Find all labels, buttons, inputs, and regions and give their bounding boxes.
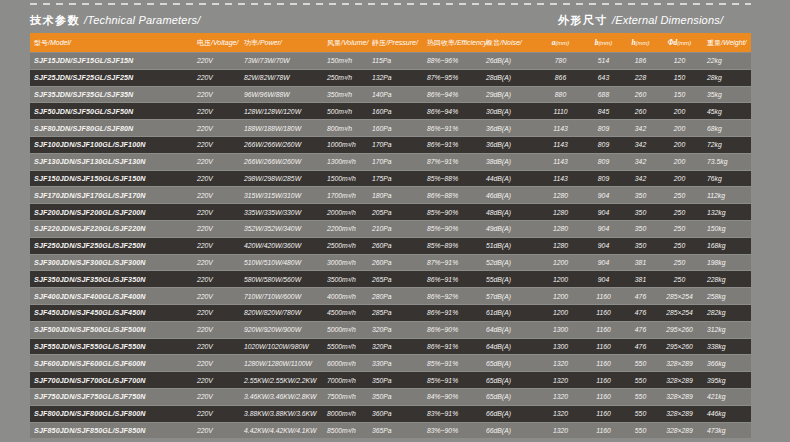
- value-cell-efficiency: 85%~88%: [420, 171, 477, 187]
- value-cell-noise: 36dB(A): [477, 137, 536, 153]
- column-header-power: 功率/Power/: [240, 33, 322, 52]
- value-cell-voltage: 220V: [190, 271, 240, 287]
- value-cell-volume: 500m³/h: [322, 103, 367, 119]
- column-header-phi-d: Φd(mm): [659, 33, 700, 52]
- column-header-model-label: 型号: [34, 39, 48, 46]
- table-row: SJF400JDN/SJF400GL/SJF400N220V710W/710W/…: [30, 288, 751, 304]
- value-cell-pressure: 280Pa: [367, 288, 420, 304]
- model-cell: SJF550JDN/SJF550GL/SJF550N: [30, 339, 190, 355]
- value-cell-power: 335W/335W/330W: [240, 204, 322, 220]
- value-cell-voltage: 220V: [190, 70, 240, 86]
- value-cell-noise: 48dB(A): [477, 204, 536, 220]
- value-cell-voltage: 220V: [190, 87, 240, 103]
- model-cell: SJF400JDN/SJF400GL/SJF400N: [30, 288, 190, 304]
- value-cell-phi-d: 250: [659, 255, 700, 271]
- value-cell-efficiency: 85%~90%: [420, 221, 477, 237]
- model-cell: SJF800JDN/SJF800GL/SJF800N: [30, 406, 190, 422]
- value-cell-h: 350: [622, 187, 659, 203]
- column-header-weight-sublabel: /Weight/: [721, 39, 747, 46]
- value-cell-a: 1143: [536, 120, 585, 136]
- column-header-weight: 重量/Weight/: [700, 33, 751, 52]
- table-row: SJF700JDN/SJF700GL/SJF700N220V2.55KW/2.5…: [30, 372, 751, 388]
- value-cell-noise: 61dB(A): [477, 305, 536, 321]
- value-cell-power: 710W/710W/600W: [240, 288, 322, 304]
- value-cell-h: 342: [622, 154, 659, 170]
- external-dimensions-label-en: /External Dimensions/: [612, 14, 723, 26]
- value-cell-power: 820W/820W/780W: [240, 305, 322, 321]
- value-cell-power: 2.55KW/2.55KW/2.2KW: [240, 372, 322, 388]
- value-cell-volume: 8000m³/h: [322, 406, 367, 422]
- value-cell-a: 1320: [536, 423, 585, 439]
- value-cell-pressure: 180Pa: [367, 187, 420, 203]
- model-cell: SJF350JDN/SJF350GL/SJF350N: [30, 271, 190, 287]
- value-cell-noise: 52dB(A): [477, 255, 536, 271]
- value-cell-noise: 46dB(A): [477, 187, 536, 203]
- value-cell-weight: 72kg: [700, 137, 751, 153]
- value-cell-h: 476: [622, 339, 659, 355]
- value-cell-a: 1320: [536, 389, 585, 405]
- column-header-efficiency-label: 热回收率: [427, 39, 455, 46]
- value-cell-pressure: 170Pa: [367, 137, 420, 153]
- table-row: SJF130JDN/SJF130GL/SJF130N220V266W/266W/…: [30, 154, 751, 170]
- value-cell-b: 1160: [585, 423, 622, 439]
- value-cell-b: 809: [585, 171, 622, 187]
- model-cell: SJF80JDN/SJF80GL/SJF80N: [30, 120, 190, 136]
- value-cell-volume: 5000m³/h: [322, 322, 367, 338]
- value-cell-b: 845: [585, 103, 622, 119]
- value-cell-h: 186: [622, 53, 659, 69]
- table-row: SJF220JDN/SJF220GL/SJF220N220V352W/352W/…: [30, 221, 751, 237]
- column-header-model-sublabel: /Model/: [48, 39, 71, 46]
- model-cell: SJF130JDN/SJF130GL/SJF130N: [30, 154, 190, 170]
- value-cell-weight: 395kg: [700, 372, 751, 388]
- value-cell-voltage: 220V: [190, 389, 240, 405]
- column-header-noise: 噪音/Noise/: [477, 33, 536, 52]
- value-cell-weight: 22kg: [700, 53, 751, 69]
- value-cell-noise: 38dB(A): [477, 154, 536, 170]
- value-cell-efficiency: 85%~90%: [420, 204, 477, 220]
- value-cell-pressure: 210Pa: [367, 221, 420, 237]
- value-cell-noise: 64dB(A): [477, 339, 536, 355]
- table-row: SJF850JDN/SJF850GL/SJF850N220V4.42KW/4.4…: [30, 423, 751, 439]
- value-cell-volume: 4500m³/h: [322, 305, 367, 321]
- value-cell-weight: 73.5kg: [700, 154, 751, 170]
- value-cell-volume: 8500m³/h: [322, 423, 367, 439]
- value-cell-power: 3.88KW/3.88KW/3.6KW: [240, 406, 322, 422]
- column-header-phi-d-label: Φd: [668, 38, 678, 47]
- value-cell-volume: 1300m³/h: [322, 154, 367, 170]
- value-cell-a: 1300: [536, 339, 585, 355]
- value-cell-efficiency: 88%~96%: [420, 53, 477, 69]
- value-cell-noise: 55dB(A): [477, 271, 536, 287]
- table-row: SJF170JDN/SJF170GL/SJF170N220V315W/315W/…: [30, 187, 751, 203]
- value-cell-volume: 2500m³/h: [322, 238, 367, 254]
- value-cell-h: 350: [622, 204, 659, 220]
- value-cell-pressure: 160Pa: [367, 103, 420, 119]
- value-cell-power: 266W/266W/260W: [240, 154, 322, 170]
- value-cell-phi-d: 250: [659, 187, 700, 203]
- value-cell-h: 260: [622, 103, 659, 119]
- value-cell-noise: 66dB(A): [477, 423, 536, 439]
- value-cell-power: 420W/420W/360W: [240, 238, 322, 254]
- value-cell-a: 1320: [536, 355, 585, 371]
- value-cell-pressure: 170Pa: [367, 154, 420, 170]
- value-cell-noise: 66dB(A): [477, 406, 536, 422]
- value-cell-weight: 132kg: [700, 204, 751, 220]
- value-cell-phi-d: 295×260: [659, 322, 700, 338]
- value-cell-a: 1200: [536, 288, 585, 304]
- model-cell: SJF450JDN/SJF450GL/SJF450N: [30, 305, 190, 321]
- table-row: SJF80JDN/SJF80GL/SJF80N220V188W/188W/180…: [30, 120, 751, 136]
- model-cell: SJF170JDN/SJF170GL/SJF170N: [30, 187, 190, 203]
- technical-parameters-label-en: /Technical Parameters/: [84, 14, 201, 26]
- value-cell-volume: 150m³/h: [322, 53, 367, 69]
- value-cell-phi-d: 250: [659, 221, 700, 237]
- column-header-pressure: 静压/Pressure/: [367, 33, 420, 52]
- model-cell: SJF250JDN/SJF250GL/SJF250N: [30, 238, 190, 254]
- value-cell-a: 1110: [536, 103, 585, 119]
- value-cell-b: 1160: [585, 372, 622, 388]
- value-cell-efficiency: 86%~94%: [420, 87, 477, 103]
- value-cell-b: 1160: [585, 406, 622, 422]
- value-cell-b: 1160: [585, 322, 622, 338]
- value-cell-power: 4.42KW/4.42KW/4.1KW: [240, 423, 322, 439]
- value-cell-volume: 2200m³/h: [322, 221, 367, 237]
- value-cell-b: 688: [585, 87, 622, 103]
- table-row: SJF50JDN/SJF50GL/SJF50N220V128W/128W/120…: [30, 103, 751, 119]
